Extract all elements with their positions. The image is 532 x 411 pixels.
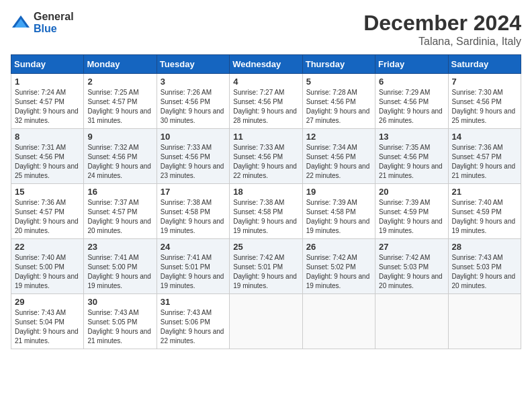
table-row: 22 Sunrise: 7:40 AM Sunset: 5:00 PM Dayl… bbox=[11, 239, 84, 294]
day-number: 12 bbox=[306, 132, 371, 142]
table-row: 4 Sunrise: 7:27 AM Sunset: 4:56 PM Dayli… bbox=[230, 74, 302, 129]
day-number: 1 bbox=[15, 77, 80, 87]
table-row: 7 Sunrise: 7:30 AM Sunset: 4:56 PM Dayli… bbox=[448, 74, 521, 129]
day-number: 9 bbox=[87, 132, 152, 142]
calendar-week-row: 22 Sunrise: 7:40 AM Sunset: 5:00 PM Dayl… bbox=[11, 239, 521, 294]
day-number: 11 bbox=[233, 132, 298, 142]
title-area: December 2024 Talana, Sardinia, Italy bbox=[363, 11, 521, 48]
logo-blue-text: Blue bbox=[34, 23, 57, 34]
day-info: Sunrise: 7:36 AM Sunset: 4:57 PM Dayligh… bbox=[15, 198, 80, 236]
day-number: 26 bbox=[306, 242, 371, 252]
day-info: Sunrise: 7:27 AM Sunset: 4:56 PM Dayligh… bbox=[233, 88, 298, 126]
table-row: 9 Sunrise: 7:32 AM Sunset: 4:56 PM Dayli… bbox=[84, 129, 157, 184]
table-row bbox=[448, 294, 521, 349]
table-row: 16 Sunrise: 7:37 AM Sunset: 4:57 PM Dayl… bbox=[84, 184, 157, 239]
table-row: 24 Sunrise: 7:41 AM Sunset: 5:01 PM Dayl… bbox=[157, 239, 229, 294]
day-number: 24 bbox=[161, 242, 226, 252]
table-row: 27 Sunrise: 7:42 AM Sunset: 5:03 PM Dayl… bbox=[375, 239, 448, 294]
table-row: 12 Sunrise: 7:34 AM Sunset: 4:56 PM Dayl… bbox=[302, 129, 375, 184]
table-row: 10 Sunrise: 7:33 AM Sunset: 4:56 PM Dayl… bbox=[157, 129, 229, 184]
day-number: 23 bbox=[87, 242, 152, 252]
table-row: 8 Sunrise: 7:31 AM Sunset: 4:56 PM Dayli… bbox=[11, 129, 84, 184]
table-row: 20 Sunrise: 7:39 AM Sunset: 4:59 PM Dayl… bbox=[375, 184, 448, 239]
table-row: 1 Sunrise: 7:24 AM Sunset: 4:57 PM Dayli… bbox=[11, 74, 84, 129]
day-number: 22 bbox=[15, 242, 80, 252]
table-row: 19 Sunrise: 7:39 AM Sunset: 4:58 PM Dayl… bbox=[302, 184, 375, 239]
table-row: 23 Sunrise: 7:41 AM Sunset: 5:00 PM Dayl… bbox=[84, 239, 157, 294]
col-saturday: Saturday bbox=[448, 55, 521, 74]
day-number: 6 bbox=[379, 77, 444, 87]
day-info: Sunrise: 7:39 AM Sunset: 4:58 PM Dayligh… bbox=[306, 198, 371, 236]
day-number: 30 bbox=[87, 297, 152, 307]
day-info: Sunrise: 7:41 AM Sunset: 5:00 PM Dayligh… bbox=[87, 253, 152, 291]
day-number: 29 bbox=[15, 297, 80, 307]
day-info: Sunrise: 7:40 AM Sunset: 4:59 PM Dayligh… bbox=[452, 198, 517, 236]
day-info: Sunrise: 7:38 AM Sunset: 4:58 PM Dayligh… bbox=[233, 198, 298, 236]
table-row: 2 Sunrise: 7:25 AM Sunset: 4:57 PM Dayli… bbox=[84, 74, 157, 129]
day-info: Sunrise: 7:43 AM Sunset: 5:03 PM Dayligh… bbox=[452, 253, 517, 291]
day-number: 18 bbox=[233, 187, 298, 197]
day-info: Sunrise: 7:35 AM Sunset: 4:56 PM Dayligh… bbox=[379, 143, 444, 181]
col-sunday: Sunday bbox=[11, 55, 84, 74]
table-row bbox=[375, 294, 448, 349]
table-row: 25 Sunrise: 7:42 AM Sunset: 5:01 PM Dayl… bbox=[230, 239, 302, 294]
logo-icon bbox=[11, 13, 31, 33]
table-row: 30 Sunrise: 7:43 AM Sunset: 5:05 PM Dayl… bbox=[84, 294, 157, 349]
calendar-week-row: 8 Sunrise: 7:31 AM Sunset: 4:56 PM Dayli… bbox=[11, 129, 521, 184]
day-info: Sunrise: 7:38 AM Sunset: 4:58 PM Dayligh… bbox=[161, 198, 226, 236]
calendar: Sunday Monday Tuesday Wednesday Thursday… bbox=[11, 54, 521, 349]
day-number: 15 bbox=[15, 187, 80, 197]
day-number: 14 bbox=[452, 132, 517, 142]
table-row: 15 Sunrise: 7:36 AM Sunset: 4:57 PM Dayl… bbox=[11, 184, 84, 239]
calendar-week-row: 29 Sunrise: 7:43 AM Sunset: 5:04 PM Dayl… bbox=[11, 294, 521, 349]
day-info: Sunrise: 7:42 AM Sunset: 5:01 PM Dayligh… bbox=[233, 253, 298, 291]
day-info: Sunrise: 7:43 AM Sunset: 5:05 PM Dayligh… bbox=[87, 308, 152, 346]
day-number: 4 bbox=[233, 77, 298, 87]
day-number: 13 bbox=[379, 132, 444, 142]
table-row: 26 Sunrise: 7:42 AM Sunset: 5:02 PM Dayl… bbox=[302, 239, 375, 294]
table-row: 28 Sunrise: 7:43 AM Sunset: 5:03 PM Dayl… bbox=[448, 239, 521, 294]
day-info: Sunrise: 7:34 AM Sunset: 4:56 PM Dayligh… bbox=[306, 143, 371, 181]
table-row: 6 Sunrise: 7:29 AM Sunset: 4:56 PM Dayli… bbox=[375, 74, 448, 129]
day-info: Sunrise: 7:37 AM Sunset: 4:57 PM Dayligh… bbox=[87, 198, 152, 236]
day-number: 31 bbox=[161, 297, 226, 307]
day-number: 3 bbox=[161, 77, 226, 87]
day-info: Sunrise: 7:25 AM Sunset: 4:57 PM Dayligh… bbox=[87, 88, 152, 126]
day-info: Sunrise: 7:36 AM Sunset: 4:57 PM Dayligh… bbox=[452, 143, 517, 181]
day-number: 10 bbox=[161, 132, 226, 142]
table-row: 3 Sunrise: 7:26 AM Sunset: 4:56 PM Dayli… bbox=[157, 74, 229, 129]
day-info: Sunrise: 7:26 AM Sunset: 4:56 PM Dayligh… bbox=[161, 88, 226, 126]
col-friday: Friday bbox=[375, 55, 448, 74]
table-row: 18 Sunrise: 7:38 AM Sunset: 4:58 PM Dayl… bbox=[230, 184, 302, 239]
header: General Blue December 2024 Talana, Sardi… bbox=[11, 11, 521, 48]
day-info: Sunrise: 7:39 AM Sunset: 4:59 PM Dayligh… bbox=[379, 198, 444, 236]
calendar-week-row: 15 Sunrise: 7:36 AM Sunset: 4:57 PM Dayl… bbox=[11, 184, 521, 239]
day-info: Sunrise: 7:42 AM Sunset: 5:02 PM Dayligh… bbox=[306, 253, 371, 291]
calendar-header-row: Sunday Monday Tuesday Wednesday Thursday… bbox=[11, 55, 521, 74]
table-row: 21 Sunrise: 7:40 AM Sunset: 4:59 PM Dayl… bbox=[448, 184, 521, 239]
logo-general-text: General bbox=[34, 11, 74, 22]
day-info: Sunrise: 7:42 AM Sunset: 5:03 PM Dayligh… bbox=[379, 253, 444, 291]
day-number: 27 bbox=[379, 242, 444, 252]
day-info: Sunrise: 7:33 AM Sunset: 4:56 PM Dayligh… bbox=[233, 143, 298, 181]
table-row: 14 Sunrise: 7:36 AM Sunset: 4:57 PM Dayl… bbox=[448, 129, 521, 184]
logo: General Blue bbox=[11, 11, 74, 35]
day-number: 5 bbox=[306, 77, 371, 87]
day-number: 28 bbox=[452, 242, 517, 252]
day-info: Sunrise: 7:43 AM Sunset: 5:04 PM Dayligh… bbox=[15, 308, 80, 346]
day-info: Sunrise: 7:43 AM Sunset: 5:06 PM Dayligh… bbox=[161, 308, 226, 346]
day-info: Sunrise: 7:41 AM Sunset: 5:01 PM Dayligh… bbox=[161, 253, 226, 291]
table-row: 17 Sunrise: 7:38 AM Sunset: 4:58 PM Dayl… bbox=[157, 184, 229, 239]
day-number: 21 bbox=[452, 187, 517, 197]
day-number: 16 bbox=[87, 187, 152, 197]
table-row: 31 Sunrise: 7:43 AM Sunset: 5:06 PM Dayl… bbox=[157, 294, 229, 349]
day-info: Sunrise: 7:30 AM Sunset: 4:56 PM Dayligh… bbox=[452, 88, 517, 126]
table-row: 11 Sunrise: 7:33 AM Sunset: 4:56 PM Dayl… bbox=[230, 129, 302, 184]
day-info: Sunrise: 7:28 AM Sunset: 4:56 PM Dayligh… bbox=[306, 88, 371, 126]
day-info: Sunrise: 7:32 AM Sunset: 4:56 PM Dayligh… bbox=[87, 143, 152, 181]
day-number: 17 bbox=[161, 187, 226, 197]
day-info: Sunrise: 7:24 AM Sunset: 4:57 PM Dayligh… bbox=[15, 88, 80, 126]
location-title: Talana, Sardinia, Italy bbox=[363, 36, 521, 48]
day-number: 20 bbox=[379, 187, 444, 197]
col-thursday: Thursday bbox=[302, 55, 375, 74]
